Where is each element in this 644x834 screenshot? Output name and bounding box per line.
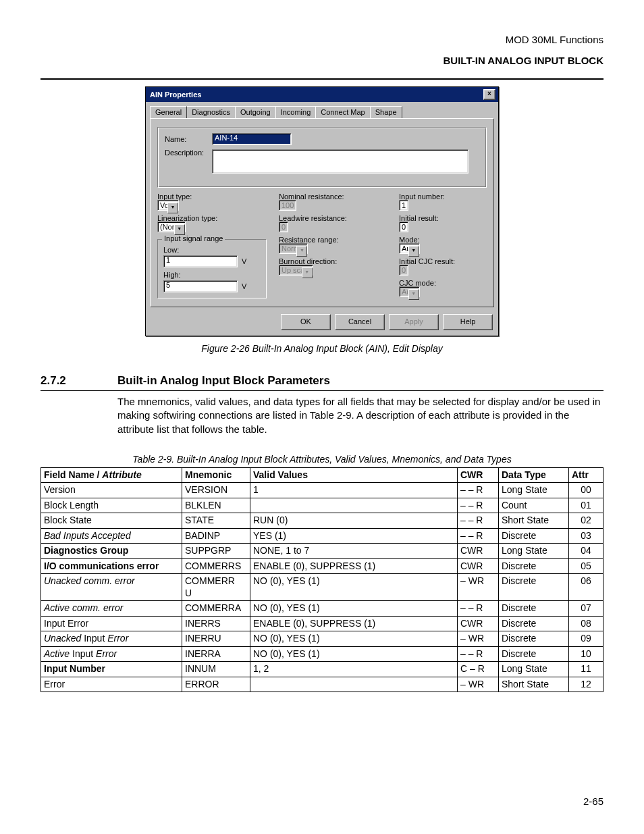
section-title: Built-in Analog Input Block Parameters <box>117 374 330 388</box>
table-cell: 1 <box>250 483 458 498</box>
tab-incoming[interactable]: Incoming <box>275 106 317 118</box>
table-cell: 1, 2 <box>250 662 458 677</box>
name-field[interactable]: AIN-14 <box>212 133 292 145</box>
table-cell: Long State <box>499 544 569 559</box>
ok-button[interactable]: OK <box>281 314 331 330</box>
table-cell: ENABLE (0), SUPPRESS (1) <box>250 558 458 574</box>
table-cell: Discrete <box>499 558 569 574</box>
tab-shape[interactable]: Shape <box>370 106 402 118</box>
description-label: Description: <box>165 149 212 157</box>
nominal-resistance-field: 100 <box>279 200 296 211</box>
high-unit: V <box>242 283 246 290</box>
table-cell: Input Error <box>41 616 182 631</box>
table-row: Active comm. errorCOMMERRANO (0), YES (1… <box>41 601 603 617</box>
table-cell: 00 <box>569 483 603 498</box>
section-rule <box>41 390 603 391</box>
table-cell: YES (1) <box>250 528 458 544</box>
chevron-down-icon <box>408 289 419 300</box>
table-row: Block LengthBLKLEN– – RCount01 <box>41 498 603 513</box>
help-button[interactable]: Help <box>443 314 493 330</box>
table-cell: 09 <box>569 631 603 647</box>
tab-general[interactable]: General <box>150 106 187 118</box>
table-row: Bad Inputs AcceptedBADINPYES (1)– – RDis… <box>41 528 603 544</box>
page-number: 2-65 <box>583 796 603 807</box>
table-cell: Error <box>41 677 182 692</box>
th-data-type: Data Type <box>499 467 569 483</box>
table-cell: INNUM <box>182 662 250 677</box>
table-cell: BADINP <box>182 528 250 544</box>
table-cell: Active comm. error <box>41 601 182 617</box>
section-number: 2.7.2 <box>41 374 95 388</box>
table-cell: BLKLEN <box>182 498 250 513</box>
table-row: Diagnostics GroupSUPPGRPNONE, 1 to 7CWRL… <box>41 544 603 559</box>
cancel-button[interactable]: Cancel <box>335 314 385 330</box>
table-row: I/O communications errorCOMMERRSENABLE (… <box>41 558 603 574</box>
table-cell: 04 <box>569 544 603 559</box>
tab-diagnostics[interactable]: Diagnostics <box>186 106 236 118</box>
initial-cjc-result-field: 0 <box>399 265 408 276</box>
low-unit: V <box>242 258 246 265</box>
input-number-field[interactable]: 1 <box>399 200 408 211</box>
low-label: Low: <box>163 246 261 254</box>
chevron-down-icon[interactable] <box>408 246 419 257</box>
table-cell: INERRS <box>182 616 250 631</box>
low-field[interactable]: 1 <box>163 255 238 267</box>
th-cwr: CWR <box>458 467 499 483</box>
th-field-name: Field Name / Attribute <box>41 467 182 483</box>
table-row: ErrorERROR– WRShort State12 <box>41 677 603 692</box>
table-cell: 06 <box>569 574 603 601</box>
table-cell: – WR <box>458 631 499 647</box>
table-cell: NO (0), YES (1) <box>250 631 458 647</box>
attribute-table: Field Name / Attribute Mnemonic Valid Va… <box>41 467 603 693</box>
table-cell: – – R <box>458 483 499 498</box>
name-label: Name: <box>165 136 212 143</box>
table-caption: Table 2-9. Built-In Analog Input Block A… <box>41 454 603 465</box>
high-field[interactable]: 5 <box>163 280 238 292</box>
table-cell <box>250 677 458 692</box>
table-cell: – – R <box>458 498 499 513</box>
dialog-title: AIN Properties <box>149 91 201 99</box>
chevron-down-icon <box>302 267 313 278</box>
table-cell: Version <box>41 483 182 498</box>
tab-outgoing[interactable]: Outgoing <box>235 106 276 118</box>
table-cell: NONE, 1 to 7 <box>250 544 458 559</box>
description-field[interactable] <box>212 149 468 174</box>
name-desc-group: Name: AIN-14 Description: <box>157 127 487 188</box>
tab-connect-map[interactable]: Connect Map <box>315 106 370 118</box>
table-cell: Block State <box>41 513 182 529</box>
table-cell: 02 <box>569 513 603 529</box>
table-cell: COMMERRS <box>182 558 250 574</box>
input-signal-range-legend: Input signal range <box>162 235 225 242</box>
apply-button: Apply <box>389 314 439 330</box>
table-cell: Short State <box>499 513 569 529</box>
table-cell: – – R <box>458 513 499 529</box>
initial-cjc-result-label: Initial CJC result: <box>399 258 493 265</box>
chevron-down-icon[interactable] <box>174 224 185 235</box>
table-cell: 01 <box>569 498 603 513</box>
table-cell: SUPPGRP <box>182 544 250 559</box>
table-cell: Diagnostics Group <box>41 544 182 559</box>
table-cell: – – R <box>458 646 499 662</box>
high-label: High: <box>163 271 261 279</box>
figure-caption: Figure 2-26 Built-In Analog Input Block … <box>41 343 603 354</box>
header-product: MOD 30ML Functions <box>41 34 603 45</box>
table-row: VersionVERSION1– – RLong State00 <box>41 483 603 498</box>
table-cell: – – R <box>458 528 499 544</box>
table-cell: COMMERRU <box>182 574 250 601</box>
table-cell: COMMERRA <box>182 601 250 617</box>
table-cell: Unacked Input Error <box>41 631 182 647</box>
initial-result-field[interactable]: 0 <box>399 221 408 232</box>
table-cell: ERROR <box>182 677 250 692</box>
chevron-down-icon <box>296 246 307 257</box>
table-cell: CWR <box>458 544 499 559</box>
table-cell: Discrete <box>499 616 569 631</box>
chevron-down-icon[interactable] <box>167 203 178 213</box>
table-row: Unacked Input ErrorINERRUNO (0), YES (1)… <box>41 631 603 647</box>
header-section: BUILT-IN ANALOG INPUT BLOCK <box>41 55 603 66</box>
table-cell: Unacked comm. error <box>41 574 182 601</box>
table-cell: NO (0), YES (1) <box>250 601 458 617</box>
table-cell: Active Input Error <box>41 646 182 662</box>
table-cell: CWR <box>458 616 499 631</box>
table-cell: INERRA <box>182 646 250 662</box>
close-icon[interactable]: × <box>483 89 495 100</box>
